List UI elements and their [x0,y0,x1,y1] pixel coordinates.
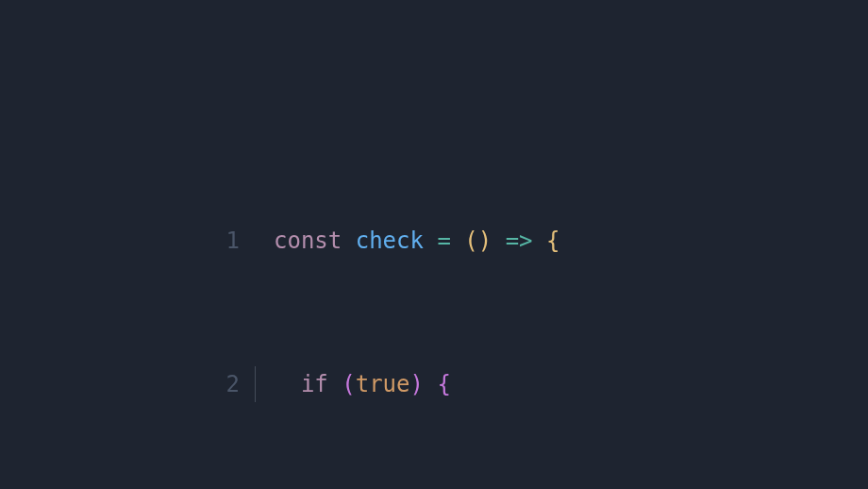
function-name: check [356,228,424,254]
code-line[interactable]: 1 const check = () => { [213,223,559,259]
paren-open: ( [464,228,477,254]
brace-open: { [546,228,559,254]
operator-arrow: => [506,228,533,254]
code-content: if (true) { [274,366,451,402]
indent-guide [255,366,256,402]
indent-gutter [240,366,274,402]
code-line[interactable]: 2 if (true) { [213,366,559,402]
indent-gutter [240,223,274,259]
paren-close: ) [410,371,424,397]
keyword-const: const [274,228,342,254]
paren-close: ) [478,228,492,254]
brace-open: { [437,371,450,397]
code-content: const check = () => { [274,223,559,259]
line-number: 1 [213,223,240,259]
code-editor[interactable]: 1 const check = () => { 2 if (true) { 3 … [213,115,559,489]
paren-open: ( [342,371,355,397]
keyword-if: if [301,371,328,397]
line-number: 2 [213,366,240,402]
boolean-true: true [356,371,410,397]
operator-assign: = [437,228,450,254]
